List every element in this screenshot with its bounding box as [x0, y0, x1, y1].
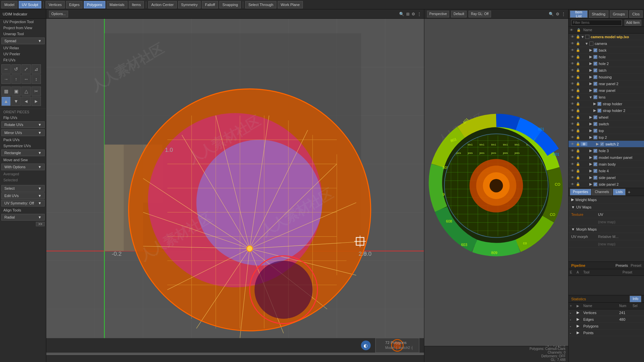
scale-icon[interactable]: ⤢	[21, 64, 31, 74]
spread-dropdown[interactable]: Spread ▼	[1, 38, 45, 44]
grid-icon[interactable]: ▦	[1, 86, 11, 96]
checkbox[interactable]: ✓	[593, 122, 597, 126]
tab-uv-sculpt[interactable]: UV Sculpt	[19, 1, 41, 8]
morph-maps-section[interactable]: ▼ Morph Maps	[569, 226, 644, 233]
flip-uvs[interactable]: Flip UVs	[0, 115, 46, 121]
tree-item-rear-panel-2[interactable]: 👁 🔒 ▶ ✓ rear panel 2	[569, 80, 644, 87]
uv-relax[interactable]: UV Relax	[0, 45, 46, 51]
tab-edges[interactable]: Edges	[66, 1, 83, 8]
checkbox[interactable]: ✓	[593, 182, 597, 186]
zoom-in-icon[interactable]: 🔍	[399, 12, 404, 16]
tree-item-main-body[interactable]: 👁 🔒 ▶ ✓ main body	[569, 161, 644, 168]
tab-item-list[interactable]: Item List	[570, 10, 588, 18]
pack-uvs[interactable]: Pack UVs	[0, 137, 46, 143]
tab-clos[interactable]: Clos	[629, 10, 643, 18]
edit-uvs-dropdown[interactable]: Edit UVs ▼	[1, 192, 45, 199]
uv-symmetry-dropdown[interactable]: UV Symmetry: Off ▼	[1, 200, 45, 206]
fit-uvs[interactable]: Fit UVs	[0, 57, 46, 63]
perspective-btn[interactable]: Perspective	[427, 11, 449, 17]
weld-icon[interactable]: △	[21, 86, 31, 96]
checker-icon[interactable]: ▣	[11, 86, 21, 96]
tab-work-plane[interactable]: Work Plane	[278, 1, 303, 8]
uv-projection-tool[interactable]: UV Projection Tool	[0, 19, 46, 25]
tab-symmetry[interactable]: Symmetry	[178, 1, 201, 8]
tab-properties[interactable]: Properties	[570, 189, 591, 195]
tab-vertices[interactable]: Vertices	[46, 1, 65, 8]
tree-item-hole-3[interactable]: 👁 🔒 ▶ ✓ hole 3	[569, 147, 644, 154]
uv-maps-section[interactable]: ▼ UV Maps	[569, 203, 644, 211]
tree-item-model-number[interactable]: 👁 🔒 ▶ ✓ model number panel	[569, 154, 644, 161]
tree-item-switch[interactable]: 👁 🔒 ▶ ✓ switch	[569, 121, 644, 127]
shear-icon[interactable]: ⊿	[32, 64, 41, 74]
move-icon[interactable]: ↔	[1, 64, 11, 74]
expand-btn[interactable]: >>	[36, 222, 45, 226]
checkbox[interactable]: ✓	[593, 75, 597, 79]
tree-item-strap-holder[interactable]: 👁 🔒 ▶ ✓ strap holder	[569, 101, 644, 107]
project-from-view[interactable]: Project from View	[0, 25, 46, 31]
tree-item-side-panel[interactable]: 👁 🔒 ▶ ✓ side panel	[569, 174, 644, 181]
checkbox[interactable]: ✓	[597, 109, 601, 113]
checkbox[interactable]: ✓	[593, 115, 597, 119]
cut-icon[interactable]: ✂	[32, 86, 41, 96]
checkbox[interactable]: ✓	[593, 156, 597, 160]
tab-items[interactable]: Items	[129, 1, 144, 8]
tab-snapping[interactable]: Snapping	[219, 1, 241, 8]
tree-item-latch[interactable]: 👁 🔒 ▶ ✓ latch	[569, 67, 644, 74]
checkbox[interactable]: ✓	[593, 48, 597, 52]
uv-viewport[interactable]: Options... 🔍 ⊞ ⚙ ⋮	[46, 9, 424, 362]
fit-view-icon[interactable]: ⊞	[406, 12, 410, 16]
uv-canvas[interactable]: 人人素材社区 人人素材社区 人人素材社区 人人素材社区 1.0 -0.2 2.8…	[46, 19, 424, 355]
down-icon[interactable]: ▼	[11, 97, 21, 106]
tab-info[interactable]: Info	[630, 296, 641, 302]
checkbox[interactable]: ✓	[593, 162, 597, 166]
checkbox[interactable]: ✓	[593, 82, 597, 86]
eye-icon[interactable]: 👁	[570, 35, 575, 39]
rectangle-dropdown[interactable]: Rectangle ▼	[1, 149, 45, 156]
tab-channels[interactable]: Channels	[592, 189, 612, 195]
tree-item-back[interactable]: 👁 🔒 ▶ ✓ back	[569, 47, 644, 54]
more-icon[interactable]: ⋮	[417, 12, 421, 16]
align-tools[interactable]: Align Tools	[0, 207, 46, 213]
default-btn[interactable]: Default	[451, 11, 467, 17]
tree-item-hole-4[interactable]: 👁 🔒 ▶ ✓ hole 4	[569, 168, 644, 174]
tab-materials[interactable]: Materials	[107, 1, 128, 8]
tree-item-top-2[interactable]: 👁 🔒 ▶ ✓ top 2	[569, 134, 644, 141]
tree-item-wheel[interactable]: 👁 🔒 ▶ ✓ wheel	[569, 114, 644, 121]
rotate-uvs-dropdown[interactable]: Rotate UVs ▼	[1, 121, 45, 128]
tree-item-side-panel-2[interactable]: 👁 🔒 ▶ ✓ side panel 2	[569, 181, 644, 188]
add-prop-btn[interactable]: +	[626, 189, 632, 195]
checkbox[interactable]: ✓	[593, 95, 597, 99]
checkbox[interactable]: ✓	[597, 102, 601, 106]
rotate-icon[interactable]: ↺	[11, 64, 21, 74]
3d-more-icon[interactable]: ⋮	[561, 12, 566, 16]
tab-lists[interactable]: Lists	[613, 189, 626, 195]
tree-item-hole2[interactable]: 👁 🔒 ▶ ✓ hole 2	[569, 60, 644, 67]
checkbox[interactable]: ✓	[593, 62, 597, 66]
checkbox[interactable]: ✓	[593, 55, 597, 59]
3d-canvas[interactable]: 人人素材社区 人人素材社区	[424, 19, 568, 346]
checkbox[interactable]: ✓	[593, 68, 597, 72]
checkbox[interactable]: ✓	[600, 142, 604, 146]
3d-viewport[interactable]: Perspective Default Ray GL: Off 🔍 ⚙ ⋮ 人人…	[424, 9, 569, 362]
with-options-dropdown[interactable]: With Options ▼	[1, 164, 45, 170]
uv-peeler[interactable]: UV Peeler	[0, 51, 46, 57]
unwrap-tool[interactable]: Unwrap Tool	[0, 31, 46, 37]
up-icon[interactable]: ▲	[1, 97, 11, 106]
flip-h-icon[interactable]: ↔	[21, 74, 31, 84]
tree-item-rear-panel[interactable]: 👁 🔒 ▶ ✓ rear panel	[569, 87, 644, 94]
filter-input[interactable]	[571, 20, 622, 26]
checkbox[interactable]: ✓	[593, 169, 597, 173]
symmetrize-uvs[interactable]: Symmetrize UVs	[0, 143, 46, 149]
checkbox[interactable]: ✓	[593, 135, 597, 139]
ray-gl-btn[interactable]: Ray GL: Off	[469, 11, 491, 17]
select-dropdown[interactable]: Select ▼	[1, 185, 45, 192]
3d-settings-icon[interactable]: ⚙	[556, 12, 559, 16]
tab-model[interactable]: Model	[1, 1, 17, 8]
checkbox[interactable]: ✓	[593, 176, 597, 180]
3d-zoom-icon[interactable]: 🔍	[549, 12, 554, 16]
tree-item-camera[interactable]: 👁 🔒 ▼ camera	[569, 40, 644, 47]
tree-item-hole[interactable]: 👁 🔒 ▶ ✓ hole	[569, 54, 644, 60]
options-btn[interactable]: Options...	[49, 11, 68, 17]
weight-maps-section[interactable]: ▶ Weight Maps	[569, 196, 644, 203]
mirror-uvs-dropdown[interactable]: Mirror UVs ▼	[1, 129, 45, 136]
